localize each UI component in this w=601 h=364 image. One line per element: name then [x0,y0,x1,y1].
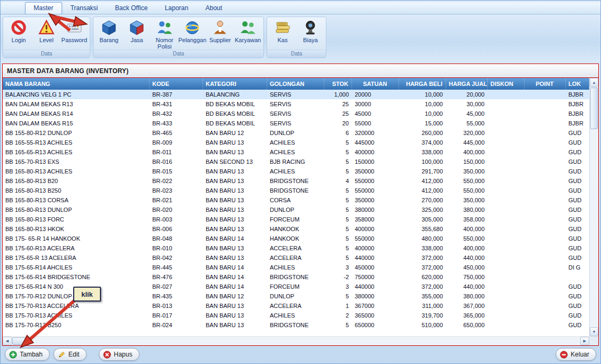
edit-button[interactable]: Edit [53,348,87,361]
table-row[interactable]: BB 165-80-R13 ACHILESBR-015BAN BARU 13AC… [3,167,589,176]
cell-harga-jual: 350,000 [446,167,488,176]
red-cube-icon [128,19,145,36]
scroll-down-icon[interactable]: ▼ [590,327,598,336]
cell-stok: 5 [324,205,352,215]
column-header-stok[interactable]: STOK [324,78,352,90]
cell-nama-barang: BB 175-70-R13 ACHILES [3,311,150,320]
cell-kategori: BAN BARU 13 [203,138,267,147]
ribbon-button-label: Biaya [303,37,318,43]
vertical-scroll-thumb[interactable] [590,88,598,129]
cell-kategori: BAN BARU 14 [203,234,267,243]
table-row[interactable]: BB 175- 65-R 14 HANKOOKBR-048BAN BARU 14… [3,234,589,243]
cell-lok: GUD [566,320,589,330]
table-row[interactable]: BB 175-70-R13 B250BR-024BAN BARU 13BRIDG… [3,320,589,330]
ribbon-button-login[interactable]: Login [5,18,33,50]
cell-satuan: 750000 [352,272,399,282]
cell-kategori: BALANCING [203,90,267,99]
cell-harga-jual: 55,000 [446,118,488,128]
cell-harga-jual: 440,000 [446,253,488,263]
cell-diskon [488,176,525,186]
panel-title: MASTER DATA BARANG (INVENTORY) [3,64,598,78]
tab-back-office[interactable]: Back Office [106,2,156,14]
cell-diskon [488,205,525,215]
cell-stok: 1 [324,301,352,311]
app-window: { "tabs": [ {"label": "Master", "active"… [0,0,601,364]
table-row[interactable]: BB 155-80-R12 DUNLOPBR-465BAN BARU 12DUN… [3,128,589,138]
tambah-button[interactable]: Tambah [5,348,50,361]
scroll-left-icon[interactable]: ◀ [3,337,12,345]
vertical-scroll-track[interactable] [590,87,598,327]
cell-harga-beli: 338,000 [399,147,446,157]
table-row[interactable]: BB 165-80-R13 HKOKBR-006BAN BARU 13HANKO… [3,224,589,234]
table-row[interactable]: BB 175-70-R13 ACCELERABR-013BAN BARU 13A… [3,301,589,311]
table-row[interactable]: BB 165-80-R13 B20BR-022BAN BARU 13BRIDGS… [3,176,589,186]
scroll-right-icon[interactable]: ▶ [580,337,589,345]
table-row[interactable]: BALANCING VELG 1 PCBR-387BALANCINGSERVIS… [3,90,589,99]
column-header-harga-beli[interactable]: HARGA BELI [399,78,446,90]
horizontal-scrollbar[interactable]: ◀ ▶ [3,336,598,345]
vertical-scrollbar[interactable]: ▲ ▼ [589,78,598,336]
cell-nama-barang: BB 175-70-R13 ACCELERA [3,301,150,311]
cell-diskon [488,234,525,243]
cell-satuan: 358000 [352,215,399,224]
cell-golongan: HANKOOK [267,224,324,234]
table-row[interactable]: BB 165-65-R13 ACHILESBR-011BAN BARU 13AC… [3,147,589,157]
horizontal-scroll-track[interactable] [12,337,580,345]
ribbon-group-caption: Data [267,50,326,58]
ribbon-button-barang[interactable]: Barang [95,18,123,50]
column-header-kode[interactable]: KODE [150,78,203,90]
ribbon-button-karyawan[interactable]: Karyawan [234,18,262,50]
scroll-up-icon[interactable]: ▲ [590,78,598,87]
table-row[interactable]: BAN DALAM BEKAS R14BR-432BD BEKAS MOBILS… [3,109,589,118]
column-header-golongan[interactable]: GOLONGAN [267,78,324,90]
table-row[interactable]: BB 175-70-R13 ACHILESBR-017BAN BARU 13AC… [3,311,589,320]
column-header-satuan[interactable]: SATUAN [352,78,399,90]
table-row[interactable]: BAN DALAM BEKAS R13BR-431BD BEKAS MOBILS… [3,99,589,109]
tab-laporan[interactable]: Laporan [156,2,197,14]
ribbon-button-pelanggan[interactable]: Pelanggan [178,18,206,50]
cell-satuan: 450000 [352,263,399,272]
table-row[interactable]: BB 165-55-R13 ACHILESBR-009BAN BARU 13AC… [3,138,589,147]
cell-nama-barang: BB 165-70-R13 EXS [3,157,150,167]
cell-harga-jual: 445,000 [446,138,488,147]
column-header-nama-barang[interactable]: NAMA BARANG [3,78,150,90]
ribbon-button-biaya[interactable]: Biaya [296,18,324,50]
column-header-lok[interactable]: LOK [566,78,589,90]
table-row[interactable]: BB 175-65-R14 BRIDGESTONEBR-476BAN BARU … [3,272,589,282]
table-row[interactable]: BB 165-80-R13 DUNLOPBR-020BAN BARU 13DUN… [3,205,589,215]
table-row[interactable]: BB 165-80-R13 CORSABR-021BAN BARU 13CORS… [3,195,589,205]
table-row[interactable]: BB 165-80-R13 B250BR-023BAN BARU 13BRIDG… [3,186,589,195]
ribbon-button-supplier[interactable]: Supplier [206,18,234,50]
table-row[interactable]: BB 175-65-R 13 ACELERABR-042BAN BARU 13A… [3,253,589,263]
column-header-diskon[interactable]: DISKON [488,78,525,90]
keluar-button[interactable]: Keluar [556,348,596,361]
ribbon-button-kas[interactable]: Kas [269,18,296,50]
table-row[interactable]: BB 165-70-R13 EXSBR-016BAN SECOND 13BJB … [3,157,589,167]
hapus-button[interactable]: Hapus [99,348,139,361]
table-row[interactable]: BB 165-80-R13 FORCBR-003BAN BARU 13FORCE… [3,215,589,224]
ribbon-button-level[interactable]: Level [33,18,60,50]
scrollbar-corner [589,337,598,345]
cell-harga-beli: 305,000 [399,215,446,224]
cell-harga-beli: 15,000 [399,118,446,128]
tab-about[interactable]: About [197,2,230,14]
ribbon-group-0: LoginLevelPasswordData [3,17,90,58]
column-header-point[interactable]: POINT [525,78,566,90]
cell-point [525,224,566,234]
column-header-kategori[interactable]: KATEGORI [203,78,267,90]
cell-harga-jual: 150,000 [446,157,488,167]
horizontal-scroll-thumb[interactable] [12,337,26,345]
cell-harga-beli: 10,000 [399,109,446,118]
ribbon-button-nomor-polisi[interactable]: Nomor Polisi [151,18,178,50]
grid-header-row[interactable]: NAMA BARANGKODEKATEGORIGOLONGANSTOKSATUA… [3,78,589,90]
table-row[interactable]: BB 175-60-R13 ACELERABR-010BAN BARU 13AC… [3,243,589,253]
table-row[interactable]: BAN DALAM BEKAS R15BR-433BD BEKAS MOBILS… [3,118,589,128]
ribbon-button-password[interactable]: Password [60,18,88,50]
tab-transaksi[interactable]: Transaksi [62,2,107,14]
tab-master[interactable]: Master [25,2,62,14]
cell-point [525,128,566,138]
ribbon-button-jasa[interactable]: Jasa [123,18,151,50]
cell-diskon [488,138,525,147]
column-header-harga-jual[interactable]: HARGA JUAL [446,78,488,90]
table-row[interactable]: BB 175-65-R14 AHCILESBR-445BAN BARU 14AC… [3,263,589,272]
